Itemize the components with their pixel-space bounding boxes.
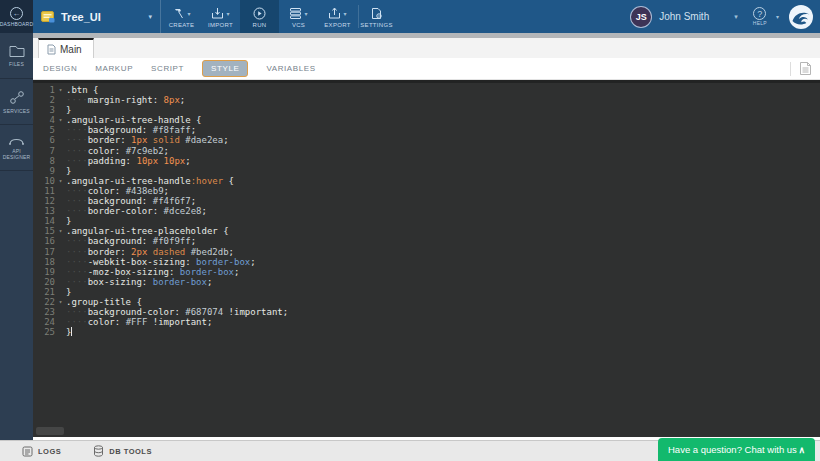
code-line[interactable]: 3} bbox=[33, 105, 820, 115]
file-preview-icon[interactable] bbox=[799, 61, 812, 76]
code-line[interactable]: 14} bbox=[33, 216, 820, 226]
fold-toggle-icon[interactable]: ▾ bbox=[55, 176, 66, 186]
code-text: ····color: #438eb9; bbox=[66, 186, 169, 196]
code-line[interactable]: 10▾.angular-ui-tree-handle:hover { bbox=[33, 176, 820, 186]
code-line[interactable]: 12····background: #f4f6f7; bbox=[33, 196, 820, 206]
code-text: ····background-color: #687074 !important… bbox=[66, 307, 288, 317]
code-line[interactable]: 17····border: 2px dashed #bed2db; bbox=[33, 247, 820, 257]
line-number: 24 bbox=[33, 317, 55, 327]
left-sidebar: FILES SERVICES API DESIGNER bbox=[0, 33, 33, 440]
line-number: 20 bbox=[33, 277, 55, 287]
code-text: .btn { bbox=[66, 85, 99, 95]
fold-gutter bbox=[55, 146, 66, 156]
help-button[interactable]: ? HELP bbox=[753, 7, 767, 26]
code-line[interactable]: 5····background: #f8faff; bbox=[33, 125, 820, 135]
code-text: .group-title { bbox=[66, 297, 142, 307]
chevron-down-icon: ▾ bbox=[187, 10, 190, 17]
code-text: ····border: 2px dashed #bed2db; bbox=[66, 247, 234, 257]
code-line[interactable]: 25} bbox=[33, 327, 820, 337]
db-tools-button[interactable]: DB TOOLS bbox=[93, 445, 152, 457]
line-number: 22 bbox=[33, 297, 55, 307]
code-text: } bbox=[66, 216, 71, 226]
code-line[interactable]: 7····color: #7c9eb2; bbox=[33, 146, 820, 156]
code-line[interactable]: 24····color: #FFF !important; bbox=[33, 317, 820, 327]
settings-button[interactable]: SETTINGS bbox=[357, 0, 396, 33]
export-button[interactable]: ▾ EXPORT bbox=[318, 0, 357, 33]
logs-button[interactable]: LOGS bbox=[22, 446, 61, 457]
export-tray-icon bbox=[328, 7, 341, 20]
fold-toggle-icon[interactable]: ▾ bbox=[55, 297, 66, 307]
line-number: 11 bbox=[33, 186, 55, 196]
fold-toggle-icon[interactable]: ▾ bbox=[55, 115, 66, 125]
stack-icon bbox=[289, 7, 302, 20]
chevron-down-icon: ▾ bbox=[226, 10, 229, 17]
tab-style[interactable]: STYLE bbox=[202, 60, 248, 77]
create-label: CREATE bbox=[169, 22, 195, 28]
line-number: 25 bbox=[33, 327, 55, 337]
code-line[interactable]: 18····-webkit-box-sizing: border-box; bbox=[33, 257, 820, 267]
avatar[interactable]: JS bbox=[630, 6, 652, 28]
code-text: ····border-color: #dce2e8; bbox=[66, 206, 207, 216]
tab-main-page[interactable]: Main bbox=[38, 38, 94, 58]
line-number: 1 bbox=[33, 85, 55, 95]
line-number: 12 bbox=[33, 196, 55, 206]
css-code-editor[interactable]: 1▾.btn {2····margin-right: 8px;3}4▾.angu… bbox=[33, 80, 820, 437]
create-button[interactable]: ▾ CREATE bbox=[162, 0, 201, 33]
run-button[interactable]: RUN bbox=[240, 0, 279, 33]
tab-script[interactable]: SCRIPT bbox=[151, 64, 184, 73]
sidebar-item-api-designer[interactable]: API DESIGNER bbox=[0, 125, 33, 171]
code-line[interactable]: 21} bbox=[33, 287, 820, 297]
code-line[interactable]: 22▾.group-title { bbox=[33, 297, 820, 307]
files-label: FILES bbox=[8, 61, 25, 67]
tab-markup[interactable]: MARKUP bbox=[95, 64, 133, 73]
settings-label: SETTINGS bbox=[360, 22, 392, 28]
fold-gutter bbox=[55, 186, 66, 196]
code-line[interactable]: 16····background: #f0f9ff; bbox=[33, 236, 820, 246]
dashboard-button[interactable]: ← DASHBOARD bbox=[0, 0, 33, 33]
line-number: 19 bbox=[33, 267, 55, 277]
code-line[interactable]: 4▾.angular-ui-tree-handle { bbox=[33, 115, 820, 125]
chevron-down-icon[interactable]: ▾ bbox=[734, 13, 738, 21]
fold-gutter bbox=[55, 277, 66, 287]
chevron-down-icon[interactable]: ▾ bbox=[776, 13, 779, 20]
code-line[interactable]: 11····color: #438eb9; bbox=[33, 186, 820, 196]
line-number: 7 bbox=[33, 146, 55, 156]
code-lines: 1▾.btn {2····margin-right: 8px;3}4▾.angu… bbox=[33, 85, 820, 337]
chat-widget-button[interactable]: Have a question? Chat with us ∧ bbox=[658, 438, 815, 461]
fold-toggle-icon[interactable]: ▾ bbox=[55, 85, 66, 95]
code-line[interactable]: 13····border-color: #dce2e8; bbox=[33, 206, 820, 216]
code-line[interactable]: 1▾.btn { bbox=[33, 85, 820, 95]
services-label: SERVICES bbox=[2, 108, 31, 114]
fold-toggle-icon[interactable]: ▾ bbox=[55, 226, 66, 236]
fold-gutter bbox=[55, 135, 66, 145]
line-number: 15 bbox=[33, 226, 55, 236]
line-number: 8 bbox=[33, 156, 55, 166]
wavemaker-logo-icon[interactable] bbox=[788, 4, 814, 30]
tab-design[interactable]: DESIGN bbox=[43, 64, 77, 73]
code-line[interactable]: 8····padding: 10px 10px; bbox=[33, 156, 820, 166]
fold-gutter bbox=[55, 105, 66, 115]
sidebar-item-services[interactable]: SERVICES bbox=[0, 79, 33, 125]
code-line[interactable]: 19····-moz-box-sizing: border-box; bbox=[33, 267, 820, 277]
sidebar-item-files[interactable]: FILES bbox=[0, 33, 33, 79]
user-name[interactable]: John Smith bbox=[659, 11, 709, 22]
line-number: 3 bbox=[33, 105, 55, 115]
code-text: ····margin-right: 8px; bbox=[66, 95, 185, 105]
code-text: ····box-sizing: border-box; bbox=[66, 277, 212, 287]
horizontal-scrollbar[interactable] bbox=[36, 427, 64, 435]
code-line[interactable]: 20····box-sizing: border-box; bbox=[33, 277, 820, 287]
code-line[interactable]: 15▾.angular-ui-tree-placeholder { bbox=[33, 226, 820, 236]
vcs-button[interactable]: ▾ VCS bbox=[279, 0, 318, 33]
code-text: .angular-ui-tree-placeholder { bbox=[66, 226, 229, 236]
top-menu: ▾ CREATE ▾ IMPORT RUN bbox=[162, 0, 396, 33]
code-line[interactable]: 6····border: 1px solid #dae2ea; bbox=[33, 135, 820, 145]
import-button[interactable]: ▾ IMPORT bbox=[201, 0, 240, 33]
code-line[interactable]: 23····background-color: #687074 !importa… bbox=[33, 307, 820, 317]
project-selector[interactable]: Tree_UI ▾ bbox=[33, 0, 161, 33]
code-text: } bbox=[66, 327, 72, 337]
code-line[interactable]: 2····margin-right: 8px; bbox=[33, 95, 820, 105]
line-number: 2 bbox=[33, 95, 55, 105]
code-text: ····-webkit-box-sizing: border-box; bbox=[66, 257, 256, 267]
code-line[interactable]: 9} bbox=[33, 166, 820, 176]
tab-variables[interactable]: VARIABLES bbox=[266, 64, 315, 73]
